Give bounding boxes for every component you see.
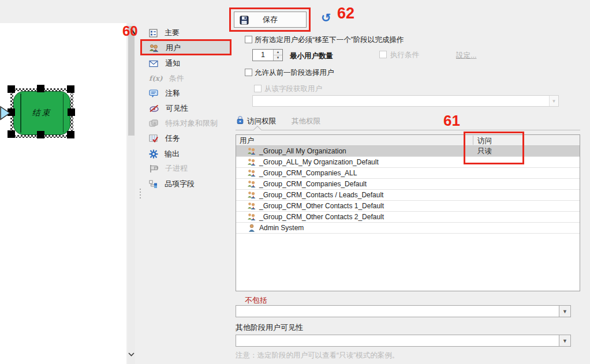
min-users-label: 最小用户数量: [290, 51, 333, 61]
table-row[interactable]: Admin System: [236, 223, 580, 234]
allow-previous-label: 允许从前一阶段选择用户: [255, 68, 334, 78]
table-row[interactable]: _Group_CRM_Contacts / Leads_Default: [236, 190, 580, 201]
mail-icon: [149, 60, 159, 67]
tab-access-permissions[interactable]: 访问权限: [247, 117, 276, 126]
connector-arrow-icon[interactable]: [0, 106, 12, 121]
dropdown-arrow-icon[interactable]: ▼: [559, 306, 570, 317]
sidebar-item-subprocess[interactable]: 子进程: [149, 161, 230, 176]
exclude-dropdown[interactable]: ▼: [236, 305, 571, 317]
sidebar-item-visibility[interactable]: 可见性: [149, 101, 230, 116]
group-icon: [247, 180, 256, 188]
sidebar-item-main[interactable]: 主要: [149, 25, 230, 40]
sidebar-item-label: 注释: [165, 88, 180, 99]
sidebar-item-label: 通知: [165, 58, 180, 69]
annotation-box-users-item: [140, 39, 231, 55]
users-table[interactable]: 用户 访问 _Group_All My Organization 只读 _Gro…: [236, 134, 580, 291]
row-name: Admin System: [259, 224, 304, 232]
table-row[interactable]: _Group_CRM_Other Contacts 2_Default: [236, 212, 580, 223]
annotation-number-61: 61: [443, 112, 460, 130]
resize-handle-e[interactable]: [68, 108, 75, 116]
resize-handle-s[interactable]: [37, 131, 44, 138]
group-icon: [247, 191, 256, 199]
sidebar-item-label: 任务: [165, 133, 180, 144]
form-icon: [149, 29, 158, 37]
canvas-scrollbar-thumb[interactable]: [128, 26, 135, 136]
spinner-buttons[interactable]: ▲▼: [273, 50, 282, 61]
sidebar-drag-dots: [140, 189, 141, 198]
other-stage-visibility-label: 其他阶段用户可见性: [236, 322, 303, 333]
resize-handle-n[interactable]: [37, 85, 44, 92]
table-row[interactable]: _Group_All My Organization 只读: [236, 146, 580, 157]
sidebar-item-label: 特殊对象和限制: [165, 118, 218, 129]
row-name: _Group_CRM_Companies_ALL: [259, 169, 357, 177]
workflow-stage-properties-window: 结束 60 主要: [0, 0, 590, 364]
other-stage-visibility-dropdown[interactable]: ▼: [236, 335, 571, 347]
row-name: _Group_CRM_Other Contacts 2_Default: [259, 213, 384, 221]
group-icon: [247, 158, 256, 166]
resize-handle-ne[interactable]: [67, 85, 74, 93]
shape-inner-line-right: [63, 93, 64, 133]
min-users-value: 1: [253, 50, 273, 61]
row-name: _Group_ALL_My Organization_Default: [259, 158, 379, 166]
row-name: _Group_All My Organization: [259, 147, 346, 155]
lock-icon: [236, 115, 244, 125]
table-row[interactable]: _Group_CRM_Companies_ALL: [236, 168, 580, 179]
resize-handle-sw[interactable]: [8, 130, 15, 138]
sidebar-item-notifications[interactable]: 通知: [149, 56, 230, 71]
tasks-icon: [149, 134, 159, 142]
scroll-down-chevron-icon[interactable]: [128, 352, 135, 357]
combo-arrow-icon: ▼: [549, 96, 558, 106]
spinner-up-icon: ▲: [274, 50, 282, 55]
group-icon: [247, 169, 256, 177]
note-text: 注意：选定阶段的用户可以查看“只读”模式的案例。: [236, 351, 399, 361]
save-button[interactable]: 保存: [234, 12, 307, 28]
table-row[interactable]: _Group_ALL_My Organization_Default: [236, 157, 580, 168]
exec-condition-checkbox[interactable]: [379, 51, 387, 58]
from-field-label: 从该字段获取用户: [264, 84, 322, 94]
dropdown-arrow-icon[interactable]: ▼: [559, 335, 570, 346]
table-row[interactable]: _Group_CRM_Other Contacts 1_Default: [236, 201, 580, 212]
tab-underline: [236, 130, 580, 130]
sidebar-item-label: 条件: [169, 73, 184, 84]
row-name: _Group_CRM_Companies_Default: [259, 180, 367, 188]
sidebar-item-label: 品项字段: [165, 179, 195, 189]
row-name: _Group_CRM_Contacts / Leads_Default: [259, 191, 383, 199]
group-icon: [247, 147, 256, 155]
min-users-spinner[interactable]: 1 ▲▼: [252, 49, 283, 61]
sidebar-item-item-fields[interactable]: 品项字段: [149, 177, 230, 192]
shape-inner-line-left: [20, 93, 21, 133]
sidebar-item-label: 输出: [165, 149, 180, 159]
sidebar-item-conditions[interactable]: f(x) 条件: [149, 71, 230, 86]
exclude-label: 不包括: [245, 295, 267, 306]
resize-handle-nw[interactable]: [8, 85, 15, 93]
visibility-icon: [149, 104, 159, 112]
from-field-combobox[interactable]: ▼: [252, 95, 559, 107]
annotation-box-access-column: [464, 132, 524, 164]
comment-icon: [149, 89, 159, 98]
all-users-checkbox-label: 所有选定用户必须“移至下一个”阶段以完成操作: [255, 35, 404, 45]
allow-previous-checkbox[interactable]: [245, 69, 252, 76]
group-icon: [247, 213, 256, 221]
from-field-checkbox[interactable]: [254, 85, 262, 92]
set-link[interactable]: 設定...: [456, 51, 476, 61]
sidebar-item-output[interactable]: 输出: [149, 147, 230, 162]
table-row[interactable]: _Group_CRM_Companies_Default: [236, 179, 580, 190]
tab-active-notch: [253, 126, 262, 134]
end-shape-label: 结束: [32, 108, 52, 118]
column-header-user[interactable]: 用户: [240, 136, 254, 146]
sidebar-item-tasks[interactable]: 任务: [149, 131, 230, 146]
gear-icon: [149, 149, 158, 159]
all-users-checkbox[interactable]: [245, 36, 252, 43]
sidebar-item-label: 主要: [165, 28, 180, 38]
fields-hierarchy-icon: [149, 180, 158, 188]
tab-other-permissions[interactable]: 其他权限: [292, 117, 320, 126]
sidebar-item-comments[interactable]: 注释: [149, 86, 230, 101]
resize-handle-se[interactable]: [67, 131, 74, 138]
end-stage-shape[interactable]: 结束: [13, 91, 70, 135]
table-header[interactable]: 用户 访问: [236, 135, 580, 146]
sidebar-item-special-objects[interactable]: 特殊对象和限制: [149, 116, 230, 131]
save-button-label: 保存: [263, 14, 278, 25]
diagram-canvas[interactable]: [0, 23, 126, 364]
undo-icon[interactable]: ↺: [321, 11, 331, 25]
sidebar-item-label: 子进程: [165, 163, 188, 174]
